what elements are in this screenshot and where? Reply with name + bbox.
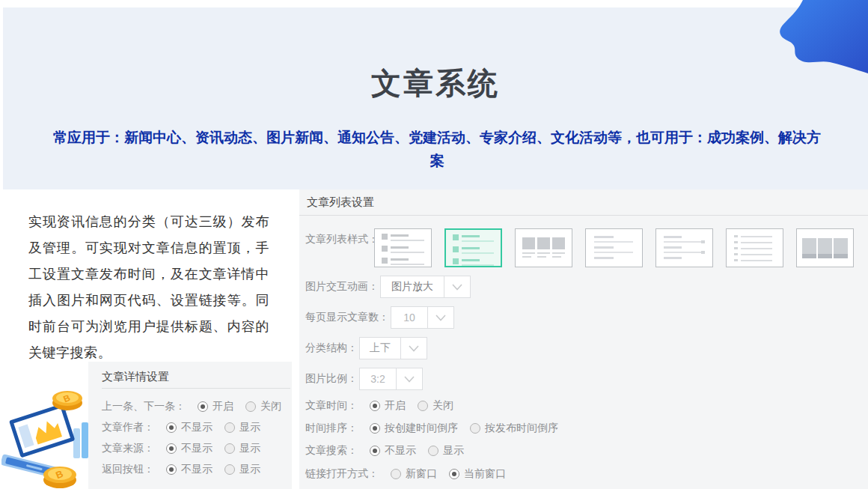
radio-option[interactable]: 按创建时间倒序 (370, 422, 458, 435)
setting-label: 图片交互动画： (305, 280, 379, 294)
articles-per-page-dropdown[interactable]: 10 (391, 306, 454, 329)
setting-label: 文章作者： (102, 421, 154, 434)
style-option-list-with-thumbnails-selected[interactable] (444, 228, 502, 267)
setting-label: 上一条、下一条： (102, 400, 186, 413)
radio-option-label: 按创建时间倒序 (385, 422, 458, 435)
radio-unselected-icon (224, 443, 235, 454)
radio-option[interactable]: 显示 (428, 444, 464, 458)
banner: 文章系统 常应用于：新闻中心、资讯动态、图片新闻、通知公告、党建活动、专家介绍、… (3, 7, 868, 189)
radio-option[interactable]: 当前窗口 (449, 467, 506, 481)
style-option-image-grid[interactable] (796, 228, 854, 267)
radio-option[interactable]: 开启 (198, 400, 233, 413)
radio-option-label: 不显示 (385, 444, 416, 458)
setting-row-back-button: 返回按钮： 不显示 显示 (102, 459, 289, 480)
radio-unselected-icon (418, 401, 428, 411)
chevron-down-icon (444, 276, 470, 297)
radio-selected-icon (449, 469, 459, 479)
style-option-list-with-thumbnails[interactable] (374, 228, 432, 267)
radio-selected-icon (166, 443, 177, 454)
setting-row-time-order: 时间排序： 按创建时间倒序 按发布时间倒序 (305, 421, 558, 436)
radio-option-label: 关闭 (433, 399, 453, 413)
style-option-text-list-with-date[interactable] (655, 228, 713, 267)
divider (102, 388, 290, 389)
radio-selected-icon (198, 401, 208, 412)
radio-unselected-icon (391, 469, 401, 479)
radio-option[interactable]: 开启 (370, 399, 406, 413)
page-title: 文章系统 (3, 63, 868, 104)
radio-option-label: 新窗口 (406, 467, 437, 481)
radio-unselected-icon (224, 464, 235, 475)
setting-row-articles-per-page: 每页显示文章数： 10 (305, 306, 454, 329)
radio-selected-icon (370, 401, 380, 411)
radio-unselected-icon (224, 422, 235, 433)
radio-option[interactable]: 关闭 (418, 399, 453, 413)
intro-text: 实现资讯信息的分类（可达三级）发布及管理。可实现对文章信息的置顶，手工设置文章发… (28, 209, 269, 366)
chevron-down-icon (400, 338, 427, 359)
setting-label: 文章搜索： (305, 444, 358, 458)
setting-label: 每页显示文章数： (305, 311, 389, 324)
radio-option-label: 不显示 (181, 421, 213, 434)
setting-label: 时间排序： (305, 422, 358, 435)
style-option-card-grid[interactable] (515, 228, 572, 267)
image-ratio-dropdown[interactable]: 3:2 (359, 368, 423, 390)
radio-option-label: 关闭 (260, 400, 281, 413)
style-option-text-list[interactable] (585, 228, 643, 267)
radio-option-label: 当前窗口 (464, 467, 506, 481)
image-animation-dropdown[interactable]: 图片放大 (380, 276, 471, 298)
article-list-settings-panel: 文章列表设置 文章列表样式： (299, 189, 868, 489)
category-structure-dropdown[interactable]: 上下 (359, 337, 427, 359)
dropdown-value: 图片放大 (381, 276, 444, 297)
detail-settings-rows: 上一条、下一条： 开启 关闭 文章作者： 不显示 显示 文章来源： (102, 396, 289, 480)
radio-option[interactable]: 不显示 (166, 442, 213, 455)
style-option-compact-list[interactable] (726, 228, 783, 267)
setting-row-article-search: 文章搜索： 不显示 显示 (305, 443, 464, 458)
setting-row-image-animation: 图片交互动画： 图片放大 (305, 276, 471, 298)
radio-option[interactable]: 不显示 (166, 463, 213, 476)
chevron-down-icon (427, 307, 453, 328)
list-style-options (374, 228, 854, 267)
radio-selected-icon (166, 464, 177, 475)
article-detail-settings-panel: 文章详情设置 上一条、下一条： 开启 关闭 文章作者： 不显示 显示 (88, 362, 292, 489)
radio-option-label: 显示 (239, 463, 260, 476)
radio-selected-icon (370, 446, 380, 456)
radio-option-label: 不显示 (181, 463, 213, 476)
radio-option[interactable]: 显示 (224, 442, 260, 455)
setting-label: 链接打开方式： (305, 467, 379, 481)
radio-selected-icon (166, 422, 177, 433)
dropdown-value: 10 (391, 307, 427, 328)
radio-selected-icon (370, 423, 380, 434)
radio-option-label: 不显示 (181, 442, 213, 455)
intro-card: 实现资讯信息的分类（可达三级）发布及管理。可实现对文章信息的置顶，手工设置文章发… (0, 189, 293, 362)
detail-panel-title: 文章详情设置 (102, 370, 169, 384)
radio-option[interactable]: 关闭 (245, 400, 281, 413)
setting-row-prev-next: 上一条、下一条： 开启 关闭 (102, 396, 289, 417)
radio-option[interactable]: 不显示 (166, 421, 213, 434)
radio-option[interactable]: 按发布时间倒序 (470, 422, 558, 435)
radio-option-label: 显示 (239, 442, 260, 455)
setting-row-image-ratio: 图片比例： 3:2 (305, 368, 423, 390)
divider (299, 215, 868, 216)
setting-row-author: 文章作者： 不显示 显示 (102, 417, 289, 438)
radio-option-label: 开启 (385, 399, 406, 413)
setting-label: 分类结构： (305, 341, 358, 355)
radio-option[interactable]: 不显示 (370, 444, 416, 458)
setting-label: 图片比例： (305, 372, 358, 386)
chevron-down-icon (396, 368, 422, 389)
setting-row-source: 文章来源： 不显示 显示 (102, 438, 289, 459)
radio-unselected-icon (428, 446, 438, 456)
radio-option-label: 开启 (213, 400, 233, 413)
dropdown-value: 3:2 (360, 368, 396, 389)
radio-option-label: 显示 (443, 444, 464, 458)
laptop-coins-illustration: B B (1, 370, 100, 489)
radio-option[interactable]: 新窗口 (391, 467, 437, 481)
radio-option[interactable]: 显示 (224, 463, 260, 476)
corner-blob-decoration (774, 0, 868, 73)
setting-label: 文章时间： (305, 399, 358, 413)
setting-row-article-time: 文章时间： 开启 关闭 (305, 398, 453, 413)
radio-unselected-icon (245, 401, 256, 412)
setting-row-category-structure: 分类结构： 上下 (305, 337, 427, 359)
radio-option-label: 显示 (239, 421, 260, 434)
page-subtitle: 常应用于：新闻中心、资讯动态、图片新闻、通知公告、党建活动、专家介绍、文化活动等… (48, 126, 826, 172)
radio-option[interactable]: 显示 (224, 421, 260, 434)
list-style-label: 文章列表样式： (305, 233, 379, 246)
